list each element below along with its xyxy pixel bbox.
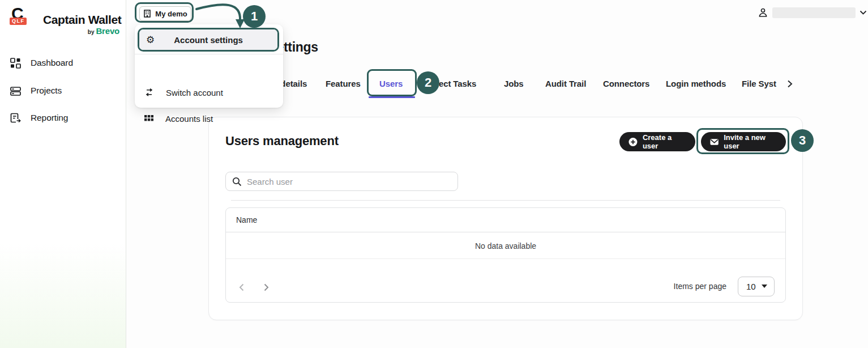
projects-icon xyxy=(10,86,21,96)
gear-icon: ⚙ xyxy=(146,35,155,45)
accounts-grid-icon xyxy=(144,114,153,123)
sidebar-item-label: Reporting xyxy=(31,113,68,123)
my-demo-label: My demo xyxy=(155,10,187,18)
app-root: C QLF Captain Wallet byBrevo Dashboard xyxy=(0,0,868,348)
panel-divider xyxy=(231,200,780,201)
tab-jobs[interactable]: Jobs xyxy=(504,79,524,88)
table-header-row: Name xyxy=(226,208,785,232)
switch-account-icon xyxy=(144,88,154,96)
user-name-redacted xyxy=(772,7,856,18)
annotation-badge-1: 1 xyxy=(243,5,266,28)
byline-prefix: by xyxy=(88,29,95,35)
annotation-box-invite-button xyxy=(696,128,789,154)
dashboard-icon xyxy=(10,58,21,69)
chevron-right-icon[interactable] xyxy=(262,283,271,292)
create-user-button[interactable]: Create a user xyxy=(619,132,695,151)
account-dropdown-menu: ⚙ Account settings Switch account Accoun… xyxy=(135,24,283,108)
chevron-left-icon[interactable] xyxy=(237,283,246,292)
building-icon xyxy=(143,10,151,18)
create-user-label: Create a user xyxy=(643,133,686,150)
search-user-input[interactable] xyxy=(247,177,451,186)
empty-state-text: No data available xyxy=(475,241,536,251)
items-per-page-select[interactable]: 10 xyxy=(738,277,775,296)
annotation-box-users-tab xyxy=(367,69,417,96)
tab-connectors[interactable]: Connectors xyxy=(603,79,649,88)
person-icon xyxy=(758,7,768,18)
annotation-badge-2: 2 xyxy=(417,71,439,94)
sidebar: C QLF Captain Wallet byBrevo Dashboard xyxy=(0,0,126,348)
chevron-right-icon[interactable] xyxy=(785,79,794,88)
byline-brevo: Brevo xyxy=(96,26,119,36)
items-per-page-control: Items per page 10 xyxy=(674,276,775,296)
sidebar-item-dashboard[interactable]: Dashboard xyxy=(0,52,126,74)
column-header-name: Name xyxy=(236,215,257,224)
annotation-box-account-settings: ⚙ Account settings xyxy=(138,28,279,52)
chevron-down-icon[interactable] xyxy=(860,10,867,15)
sidebar-item-reporting[interactable]: Reporting xyxy=(0,107,126,129)
tab-file-system[interactable]: File Syst xyxy=(742,79,776,88)
menu-item-label: Accounts list xyxy=(165,114,213,124)
tab-login-methods[interactable]: Login methods xyxy=(666,79,726,88)
tab-audit-trail[interactable]: Audit Trail xyxy=(545,79,586,88)
brand-name: Captain Wallet xyxy=(43,13,121,27)
menu-item-label: Switch account xyxy=(166,88,223,97)
sidebar-item-label: Projects xyxy=(31,86,62,96)
captain-wallet-logo-icon: C QLF xyxy=(9,4,32,29)
menu-item-switch-account[interactable]: Switch account xyxy=(135,81,283,104)
search-user-box[interactable] xyxy=(225,172,458,191)
menu-item-account-settings[interactable]: ⚙ Account settings xyxy=(139,29,277,50)
brand-logo[interactable]: C QLF Captain Wallet byBrevo xyxy=(9,6,117,29)
logo-qlf-badge: QLF xyxy=(10,18,27,25)
sidebar-item-label: Dashboard xyxy=(31,58,73,68)
active-tab-indicator xyxy=(369,96,415,98)
reporting-icon xyxy=(10,113,21,124)
sidebar-item-projects[interactable]: Projects xyxy=(0,80,126,101)
menu-divider xyxy=(135,54,283,54)
plus-circle-icon xyxy=(628,137,638,147)
caret-down-icon xyxy=(762,285,767,288)
items-per-page-label: Items per page xyxy=(674,282,726,291)
search-icon xyxy=(232,177,242,186)
table-empty-row: No data available xyxy=(226,233,785,259)
brand-byline: byBrevo xyxy=(43,26,119,36)
users-table: Name No data available Items per page 10 xyxy=(225,207,786,303)
menu-item-label: Account settings xyxy=(174,35,243,45)
items-per-page-value: 10 xyxy=(746,282,756,291)
tab-features[interactable]: Features xyxy=(326,79,361,88)
menu-item-accounts-list[interactable]: Accounts list xyxy=(135,107,283,130)
pagination-arrows xyxy=(237,277,271,298)
annotation-box-my-demo: My demo xyxy=(135,2,194,23)
panel-title: Users management xyxy=(225,134,339,148)
annotation-badge-3: 3 xyxy=(791,129,814,152)
my-demo-account-button[interactable]: My demo xyxy=(139,6,191,21)
user-account-area[interactable] xyxy=(758,6,867,19)
